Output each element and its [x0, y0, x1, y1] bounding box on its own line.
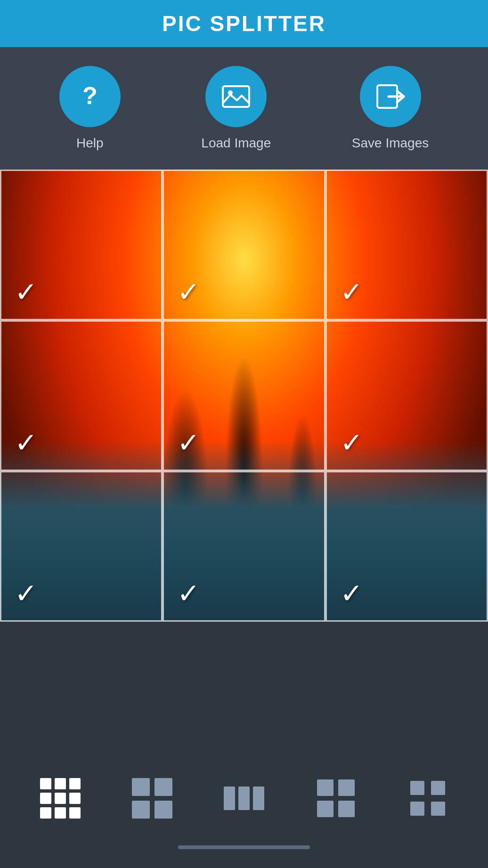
- export-icon: [375, 81, 406, 112]
- 3x1-grid-icon: [223, 777, 265, 819]
- grid-cell-8[interactable]: ✓: [163, 471, 325, 622]
- grid-cell-7[interactable]: ✓: [0, 471, 163, 622]
- image-icon: [221, 81, 251, 112]
- grid-2x2-button[interactable]: [119, 765, 185, 831]
- help-circle: ?: [59, 66, 121, 127]
- svg-rect-26: [431, 781, 445, 795]
- help-label: Help: [76, 136, 104, 151]
- grid-2x2alt-button[interactable]: [303, 765, 369, 831]
- check-3: ✓: [340, 278, 363, 306]
- app-title: PIC SPLITTER: [162, 11, 326, 36]
- svg-rect-11: [40, 807, 51, 819]
- grid-cell-9[interactable]: ✓: [325, 471, 488, 622]
- check-9: ✓: [340, 580, 363, 607]
- check-1: ✓: [15, 278, 38, 306]
- svg-rect-13: [69, 807, 81, 819]
- save-circle: [360, 66, 421, 127]
- svg-rect-27: [410, 802, 424, 816]
- svg-rect-22: [338, 779, 355, 796]
- grid-3x1-button[interactable]: [211, 765, 277, 831]
- check-8: ✓: [177, 580, 200, 607]
- svg-rect-16: [132, 801, 150, 819]
- svg-rect-12: [55, 807, 66, 819]
- grid-cell-1[interactable]: ✓: [0, 170, 163, 320]
- compact-grid-icon: [407, 777, 449, 819]
- grid-cell-4[interactable]: ✓: [0, 320, 163, 471]
- check-2: ✓: [177, 278, 200, 306]
- 2x2-grid-icon: [131, 777, 173, 819]
- svg-rect-25: [410, 781, 424, 795]
- svg-rect-9: [55, 793, 66, 804]
- app-header: PIC SPLITTER: [0, 0, 488, 47]
- check-5: ✓: [177, 429, 200, 456]
- help-button[interactable]: ? Help: [59, 66, 121, 151]
- svg-rect-20: [253, 787, 264, 810]
- grid-cell-3[interactable]: ✓: [325, 170, 488, 320]
- svg-rect-14: [132, 778, 150, 796]
- 2x2alt-grid-icon: [315, 777, 357, 819]
- svg-rect-28: [431, 802, 445, 816]
- svg-rect-8: [40, 793, 51, 804]
- svg-rect-21: [317, 779, 333, 796]
- svg-rect-1: [223, 86, 249, 107]
- svg-rect-7: [69, 778, 81, 789]
- grid-cell-2[interactable]: ✓: [163, 170, 325, 320]
- check-6: ✓: [340, 429, 363, 456]
- svg-rect-17: [155, 801, 172, 819]
- image-grid: ✓ ✓ ✓ ✓ ✓ ✓ ✓ ✓ ✓: [0, 170, 488, 622]
- svg-rect-6: [55, 778, 66, 789]
- grid-3x3-button[interactable]: [27, 765, 93, 831]
- save-label: Save Images: [352, 136, 429, 151]
- question-icon: ?: [75, 81, 105, 112]
- grid-compact-button[interactable]: [395, 765, 461, 831]
- check-7: ✓: [15, 580, 38, 607]
- svg-rect-23: [317, 801, 333, 817]
- load-label: Load Image: [201, 136, 271, 151]
- bottom-panel: [0, 622, 488, 868]
- svg-rect-5: [40, 778, 51, 789]
- 3x3-grid-icon: [39, 777, 81, 819]
- svg-rect-18: [224, 787, 235, 810]
- svg-text:?: ?: [82, 82, 98, 109]
- load-image-button[interactable]: Load Image: [201, 66, 271, 151]
- grid-cell-6[interactable]: ✓: [325, 320, 488, 471]
- svg-rect-15: [155, 778, 172, 796]
- svg-rect-10: [69, 793, 81, 804]
- save-images-button[interactable]: Save Images: [352, 66, 429, 151]
- svg-rect-24: [338, 801, 355, 817]
- svg-rect-19: [238, 787, 250, 810]
- grid-lines: ✓ ✓ ✓ ✓ ✓ ✓ ✓ ✓ ✓: [0, 170, 488, 622]
- grid-cell-5[interactable]: ✓: [163, 320, 325, 471]
- toolbar: ? Help Load Image Save Images: [0, 47, 488, 170]
- scroll-indicator: [178, 845, 310, 849]
- check-4: ✓: [15, 429, 38, 456]
- load-circle: [205, 66, 267, 127]
- grid-selector: [0, 765, 488, 831]
